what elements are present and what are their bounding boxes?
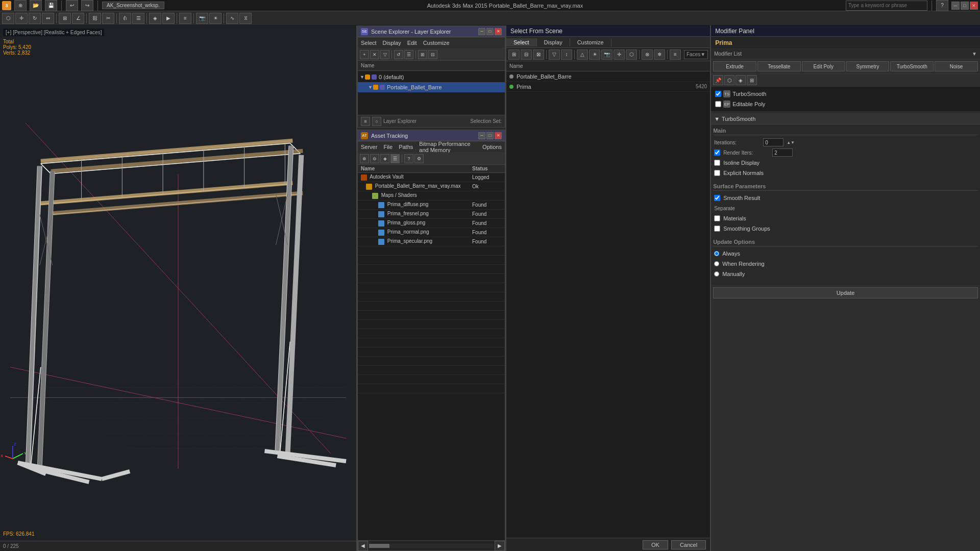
s-dropdown[interactable]: Faces ▼ xyxy=(684,50,708,59)
angle-snap-btn[interactable]: ∠ xyxy=(72,13,84,24)
when-rendering-radio[interactable] xyxy=(714,261,719,266)
select-list[interactable]: Portable_Ballet_Barre Prima 5420 xyxy=(506,71,710,538)
smooth-result-checkbox[interactable] xyxy=(714,195,720,201)
at-menu-options[interactable]: Options xyxy=(482,144,502,150)
select-type-btn[interactable]: ⬡ xyxy=(724,75,734,85)
move-tool[interactable]: ✛ xyxy=(15,13,28,24)
iterations-input[interactable] xyxy=(763,138,783,146)
s-sort-btn[interactable]: ↕ xyxy=(561,49,572,60)
viewport[interactable]: [+] [Perspective] [Realistic + Edged Fac… xyxy=(0,26,357,551)
select-tool[interactable]: ⬡ xyxy=(2,13,14,24)
scene-menu-display[interactable]: Display xyxy=(383,40,401,46)
at-menu-server[interactable]: Server xyxy=(361,144,377,150)
se-footer-btn2[interactable]: ○ xyxy=(372,117,381,126)
scene-menu-edit[interactable]: Edit xyxy=(407,40,417,46)
asset-row-fresnel[interactable]: Prima_fresnel.png Found xyxy=(358,210,505,219)
s-bones-btn[interactable]: ⊗ xyxy=(642,49,653,60)
se-filter[interactable]: ▽ xyxy=(380,50,389,59)
layer-default[interactable]: ▼ 0 (default) xyxy=(358,72,505,82)
s-freeze-btn[interactable]: ❄ xyxy=(654,49,665,60)
se-refresh[interactable]: ↺ xyxy=(394,50,403,59)
layer-btn[interactable]: ≡ xyxy=(179,13,191,24)
s-geo-btn[interactable]: △ xyxy=(577,49,588,60)
ok-button[interactable]: OK xyxy=(643,540,668,549)
close-btn[interactable]: ✕ xyxy=(970,2,978,10)
materials-checkbox[interactable] xyxy=(714,215,720,221)
unlink-btn[interactable]: ✂ xyxy=(102,13,114,24)
dope-btn[interactable]: ⧖ xyxy=(239,13,252,24)
at-close[interactable]: ✕ xyxy=(495,132,502,139)
asset-row-maps[interactable]: Maps / Shaders xyxy=(358,191,505,201)
pin-stack-btn[interactable]: 📌 xyxy=(713,75,723,85)
align-btn[interactable]: ☰ xyxy=(132,13,144,24)
ts-visible-checkbox[interactable] xyxy=(715,91,721,97)
se-new-layer[interactable]: + xyxy=(360,50,369,59)
open-btn[interactable]: 📂 xyxy=(30,0,42,11)
symmetry-btn[interactable]: Symmetry xyxy=(846,61,890,71)
scale-tool[interactable]: ⇔ xyxy=(42,13,54,24)
save-btn[interactable]: 💾 xyxy=(45,0,57,11)
at-menu-paths[interactable]: Paths xyxy=(399,144,413,150)
at-track-btn[interactable]: ⊕ xyxy=(360,154,369,163)
redo-btn[interactable]: ↪ xyxy=(81,0,93,11)
at-settings-btn[interactable]: ⚙ xyxy=(414,154,424,163)
s-light-btn[interactable]: ☀ xyxy=(589,49,600,60)
scene-menu-customize[interactable]: Customize xyxy=(423,40,450,46)
se-footer-btn1[interactable]: ≡ xyxy=(361,117,370,126)
s-helper-btn[interactable]: ✛ xyxy=(614,49,625,60)
mod-row-checkbox-ts[interactable]: TS TurboSmooth xyxy=(713,89,978,99)
s-row-prima[interactable]: Prima 5420 xyxy=(506,82,710,92)
search-input[interactable] xyxy=(846,1,927,11)
minimize-btn[interactable]: ─ xyxy=(951,2,960,10)
asset-row-diffuse[interactable]: Prima_diffuse.png Found xyxy=(358,201,505,210)
scene-menu-select[interactable]: Select xyxy=(361,40,377,46)
at-menu-file[interactable]: File xyxy=(383,144,393,150)
cancel-button[interactable]: Cancel xyxy=(671,540,706,549)
s-cam-btn[interactable]: 📷 xyxy=(601,49,612,60)
light-btn[interactable]: ☀ xyxy=(209,13,222,24)
scene-explorer-maximize[interactable]: □ xyxy=(486,28,494,35)
update-button[interactable]: Update xyxy=(713,287,978,298)
se-collapse[interactable]: ⊟ xyxy=(428,50,437,59)
render-iters-input[interactable] xyxy=(772,148,793,157)
nav-right[interactable]: ▶ xyxy=(495,541,505,551)
s-layer-mode[interactable]: ≡ xyxy=(670,49,681,60)
always-radio[interactable] xyxy=(714,251,719,256)
s-shape-btn[interactable]: ⬡ xyxy=(626,49,637,60)
tab-display[interactable]: Display xyxy=(537,38,570,46)
turbosmooth-section-header[interactable]: ▼ TurboSmooth xyxy=(711,113,980,124)
rotate-tool[interactable]: ↻ xyxy=(29,13,41,24)
tessellate-btn[interactable]: Tessellate xyxy=(757,61,801,71)
camera-btn[interactable]: 📷 xyxy=(196,13,208,24)
at-minimize[interactable]: ─ xyxy=(478,132,485,139)
asset-row-vault[interactable]: Autodesk Vault Logged xyxy=(358,173,505,182)
render-btn[interactable]: ▶ xyxy=(162,13,175,24)
extrude-btn[interactable]: Extrude xyxy=(713,61,756,71)
s-select-invert[interactable]: ⊠ xyxy=(533,49,544,60)
scene-explorer-minimize[interactable]: ─ xyxy=(478,28,485,35)
workspace-tab[interactable]: AK_Screenshot_wrksp. xyxy=(102,2,164,9)
asset-row-max[interactable]: Portable_Ballet_Barre_max_vray.max Ok xyxy=(358,182,505,191)
snap-btn[interactable]: ⊞ xyxy=(59,13,71,24)
iterations-arrows[interactable]: ▲▼ xyxy=(787,140,795,145)
s-select-all[interactable]: ⊞ xyxy=(508,49,520,60)
render-iters-checkbox[interactable] xyxy=(714,149,720,156)
tab-select[interactable]: Select xyxy=(506,38,537,46)
help-btn[interactable]: ? xyxy=(936,0,948,11)
s-filter-btn[interactable]: ▽ xyxy=(549,49,560,60)
asset-row-gloss[interactable]: Prima_gloss.png Found xyxy=(358,219,505,228)
link-btn[interactable]: ⛓ xyxy=(89,13,101,24)
nav-scrollbar[interactable] xyxy=(369,544,494,548)
at-menu-bitmap[interactable]: Bitmap Performance and Memory xyxy=(419,141,476,153)
scene-explorer-close[interactable]: ✕ xyxy=(495,28,502,35)
select-by-mat-btn[interactable]: ◈ xyxy=(736,75,746,85)
turbosmooth-btn[interactable]: TurboSmooth xyxy=(890,61,934,71)
smoothing-groups-checkbox[interactable] xyxy=(714,226,720,232)
se-expand[interactable]: ⊞ xyxy=(418,50,427,59)
nav-left[interactable]: ◀ xyxy=(358,541,368,551)
isoline-checkbox[interactable] xyxy=(714,160,720,166)
at-remove-btn[interactable]: ⊖ xyxy=(370,154,379,163)
layer-barre[interactable]: ▼ Portable_Ballet_Barre xyxy=(358,82,505,92)
noise-btn[interactable]: Noise xyxy=(935,61,978,71)
edit-poly-btn[interactable]: Edit Poly xyxy=(802,61,845,71)
